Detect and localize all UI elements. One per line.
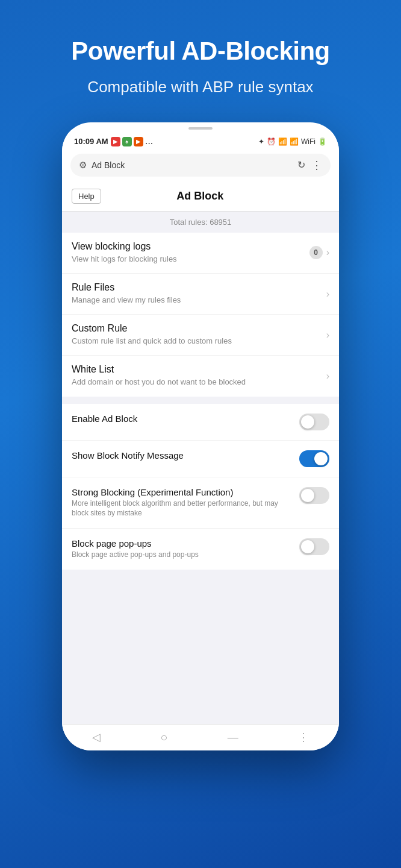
menu-item-blocking-logs-right: 0 › xyxy=(309,246,329,259)
nav-more[interactable]: ⋮ xyxy=(298,731,309,744)
toggle-knob xyxy=(301,540,314,553)
menu-item-rule-files-content: Rule Files Manage and view my rules file… xyxy=(72,282,326,306)
menu-item-white-list[interactable]: White List Add domain or host you do not… xyxy=(62,356,339,396)
menu-item-blocking-logs-desc: View hit logs for blocking rules xyxy=(72,254,309,265)
menu-item-white-list-title: White List xyxy=(72,364,326,375)
strong-blocking-toggle[interactable] xyxy=(299,487,329,504)
address-bar[interactable]: ⚙ Ad Block ↻ ⋮ xyxy=(70,154,331,177)
menu-item-white-list-content: White List Add domain or host you do not… xyxy=(72,364,326,388)
toggle-block-popups-desc: Block page active pop-ups and pop-ups xyxy=(72,550,292,560)
menu-item-custom-rule-title: Custom Rule xyxy=(72,323,326,334)
status-icons: ✦ ⏰ 📶 📶 WiFi 🔋 xyxy=(258,137,327,146)
app-title: Ad Block xyxy=(176,190,223,203)
chevron-right-icon: › xyxy=(326,247,329,258)
menu-item-blocking-logs-title: View blocking logs xyxy=(72,241,309,252)
menu-item-rule-files-desc: Manage and view my rules files xyxy=(72,295,326,306)
chevron-right-icon: › xyxy=(326,330,329,341)
more-icon: ⋮ xyxy=(298,731,309,744)
toggle-block-popups: Block page pop-ups Block page active pop… xyxy=(62,529,339,570)
total-rules-text: Total rules: 68951 xyxy=(170,218,232,227)
menu-item-rule-files-title: Rule Files xyxy=(72,282,326,293)
menu-item-blocking-logs-content: View blocking logs View hit logs for blo… xyxy=(72,241,309,265)
alarm-icon: ⏰ xyxy=(267,137,276,146)
phone-mockup: 10:09 AM ▶ ♠ ▶ ... ✦ ⏰ 📶 📶 WiFi 🔋 ⚙ Ad B… xyxy=(62,122,339,750)
total-rules-bar: Total rules: 68951 xyxy=(62,212,339,233)
bottom-nav: ◁ ○ — ⋮ xyxy=(62,724,339,750)
toggle-strong-blocking-title: Strong Blocking (Experimental Function) xyxy=(72,487,292,497)
menu-section: View blocking logs View hit logs for blo… xyxy=(62,233,339,397)
refresh-icon[interactable]: ↻ xyxy=(297,159,305,171)
notif-more: ... xyxy=(146,137,154,146)
nav-home[interactable]: ○ xyxy=(160,731,167,744)
toggle-strong-blocking: Strong Blocking (Experimental Function) … xyxy=(62,477,339,529)
home-icon: ○ xyxy=(160,731,167,744)
chevron-right-icon: › xyxy=(326,289,329,300)
app-header: Help Ad Block xyxy=(62,181,339,212)
notif-orange: ▶ xyxy=(134,137,143,146)
toggle-enable-adblock-content: Enable Ad Block xyxy=(72,414,292,425)
menu-item-rule-files-right: › xyxy=(326,289,329,300)
toggle-strong-blocking-content: Strong Blocking (Experimental Function) … xyxy=(72,487,292,519)
toggle-block-notify-content: Show Block Notify Message xyxy=(72,450,292,462)
status-time: 10:09 AM ▶ ♠ ▶ ... xyxy=(74,137,154,146)
nav-back[interactable]: ◁ xyxy=(92,731,101,744)
recents-icon: — xyxy=(228,731,238,744)
menu-item-custom-rule[interactable]: Custom Rule Custom rule list and quick a… xyxy=(62,315,339,356)
notif-green: ♠ xyxy=(122,137,132,146)
address-right: ↻ ⋮ xyxy=(297,159,322,172)
nav-recents[interactable]: — xyxy=(228,731,238,744)
toggle-enable-adblock: Enable Ad Block xyxy=(62,404,339,441)
toggle-knob xyxy=(314,452,328,465)
app-content: Help Ad Block Total rules: 68951 View bl… xyxy=(62,181,339,724)
notification-icons: ▶ ♠ ▶ xyxy=(111,137,143,146)
address-left: ⚙ Ad Block xyxy=(79,160,125,171)
bluetooth-icon: ✦ xyxy=(258,137,264,146)
toggle-block-popups-content: Block page pop-ups Block page active pop… xyxy=(72,538,292,560)
help-button[interactable]: Help xyxy=(72,189,101,204)
address-gear-icon: ⚙ xyxy=(79,160,87,171)
menu-item-custom-rule-content: Custom Rule Custom rule list and quick a… xyxy=(72,323,326,347)
signal-icon: 📶 xyxy=(278,137,287,146)
toggle-block-popups-title: Block page pop-ups xyxy=(72,538,292,549)
toggle-block-notify: Show Block Notify Message xyxy=(62,441,339,477)
menu-item-custom-rule-right: › xyxy=(326,330,329,341)
status-bar: 10:09 AM ▶ ♠ ▶ ... ✦ ⏰ 📶 📶 WiFi 🔋 xyxy=(62,130,339,151)
address-url: Ad Block xyxy=(92,160,125,170)
menu-icon[interactable]: ⋮ xyxy=(311,159,322,172)
menu-item-white-list-right: › xyxy=(326,371,329,382)
notif-red: ▶ xyxy=(111,137,120,146)
signal2-icon: 📶 xyxy=(290,137,299,146)
battery-icon: 🔋 xyxy=(318,137,327,146)
block-popups-toggle[interactable] xyxy=(299,538,329,555)
menu-item-white-list-desc: Add domain or host you do not want to be… xyxy=(72,377,326,388)
toggle-knob xyxy=(301,489,314,502)
chevron-right-icon: › xyxy=(326,371,329,382)
main-title: Powerful AD-Blocking xyxy=(71,36,329,66)
enable-adblock-toggle[interactable] xyxy=(299,414,329,430)
block-notify-toggle[interactable] xyxy=(299,450,329,467)
toggle-block-notify-title: Show Block Notify Message xyxy=(72,450,292,461)
menu-item-rule-files[interactable]: Rule Files Manage and view my rules file… xyxy=(62,274,339,315)
toggle-knob xyxy=(301,415,314,429)
back-icon: ◁ xyxy=(92,731,101,744)
toggle-section: Enable Ad Block Show Block Notify Messag… xyxy=(62,404,339,570)
toggle-strong-blocking-desc: More intelligent block algorithm and bet… xyxy=(72,498,292,519)
menu-item-custom-rule-desc: Custom rule list and quick add to custom… xyxy=(72,336,326,347)
blocking-logs-badge: 0 xyxy=(309,246,323,259)
menu-item-blocking-logs[interactable]: View blocking logs View hit logs for blo… xyxy=(62,233,339,274)
toggle-enable-adblock-title: Enable Ad Block xyxy=(72,414,292,424)
header-section: Powerful AD-Blocking Compatible with ABP… xyxy=(71,24,329,98)
wifi-icon: WiFi xyxy=(301,137,316,146)
sub-title: Compatible with ABP rule syntax xyxy=(71,76,329,98)
